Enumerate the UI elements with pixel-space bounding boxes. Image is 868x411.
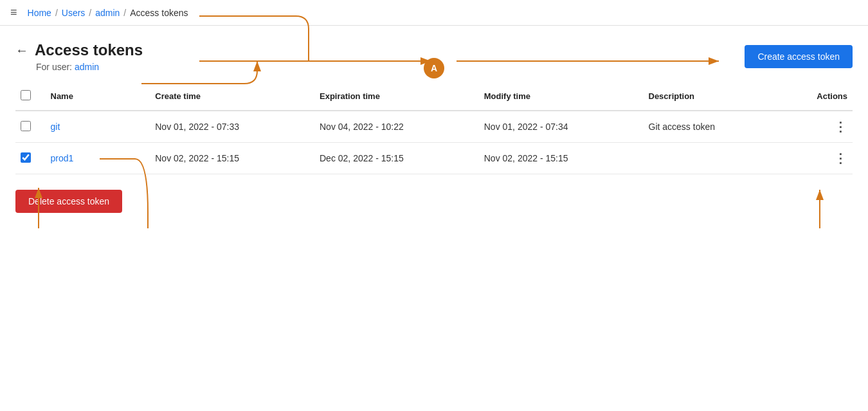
footer-area: Delete access token: [0, 174, 868, 228]
header-expiration-time: Expiration time: [314, 82, 479, 111]
back-arrow[interactable]: ←: [15, 43, 28, 58]
row-2-actions-menu[interactable]: ⋮: [798, 151, 847, 166]
row-1-create-time: Nov 01, 2022 - 07:33: [150, 111, 314, 143]
user-link[interactable]: admin: [75, 62, 99, 72]
breadcrumb-home[interactable]: Home: [28, 8, 51, 18]
subtitle-label: For user:: [36, 62, 72, 72]
page-header-left: ← Access tokens For user: admin: [15, 41, 143, 72]
row-1-modify-time: Nov 01, 2022 - 07:34: [479, 111, 644, 143]
row-2-create-time: Nov 02, 2022 - 15:15: [150, 143, 314, 174]
page-title-row: ← Access tokens: [15, 41, 143, 59]
row-2-name-link[interactable]: prod1: [51, 153, 74, 163]
row-1-expiration-time: Nov 04, 2022 - 10:22: [314, 111, 479, 143]
row-2-checkbox[interactable]: [21, 152, 31, 163]
header-modify-time: Modify time: [479, 82, 644, 111]
hamburger-icon[interactable]: ≡: [10, 6, 17, 19]
row-2-expiration-time: Dec 02, 2022 - 15:15: [314, 143, 479, 174]
delete-access-token-button[interactable]: Delete access token: [15, 190, 122, 213]
row-1-description: Git access token: [644, 111, 793, 143]
breadcrumb-sep-3: /: [123, 8, 126, 18]
annotation-a-label: A: [424, 58, 444, 78]
row-2-description: [644, 143, 793, 174]
page-subtitle: For user: admin: [15, 62, 143, 72]
breadcrumb-sep-2: /: [89, 8, 91, 18]
select-all-checkbox[interactable]: [21, 90, 31, 100]
breadcrumb-users[interactable]: Users: [62, 8, 86, 18]
breadcrumb-current: Access tokens: [130, 8, 188, 18]
header-create-time: Create time: [150, 82, 314, 111]
top-bar: ≡ Home / Users / admin / Access tokens: [0, 0, 868, 26]
row-2-modify-time: Nov 02, 2022 - 15:15: [479, 143, 644, 174]
table-row: gitNov 01, 2022 - 07:33Nov 04, 2022 - 10…: [15, 111, 853, 143]
header-description: Description: [644, 82, 793, 111]
breadcrumb-sep-1: /: [55, 8, 58, 18]
row-1-name-link[interactable]: git: [51, 122, 60, 132]
table-container: Name Create time Expiration time Modify …: [0, 82, 868, 174]
row-1-checkbox[interactable]: [21, 121, 31, 131]
page-title: Access tokens: [35, 41, 143, 59]
header-checkbox-col: [15, 82, 46, 111]
create-access-token-button[interactable]: Create access token: [745, 45, 853, 68]
annotation-a-circle: A: [424, 58, 444, 78]
tokens-table: Name Create time Expiration time Modify …: [15, 82, 853, 174]
table-header-row: Name Create time Expiration time Modify …: [15, 82, 853, 111]
header-name: Name: [46, 82, 150, 111]
breadcrumb-admin[interactable]: admin: [95, 8, 120, 18]
row-1-actions-menu[interactable]: ⋮: [798, 119, 847, 134]
breadcrumb: Home / Users / admin / Access tokens: [28, 8, 188, 18]
table-row: prod1Nov 02, 2022 - 15:15Dec 02, 2022 - …: [15, 143, 853, 174]
header-actions: Actions: [793, 82, 853, 111]
